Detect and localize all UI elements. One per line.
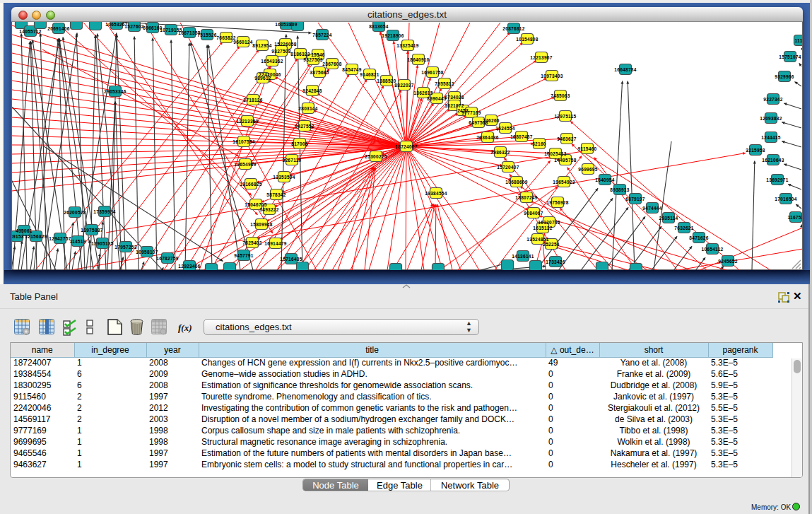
svg-text:12093832: 12093832: [760, 116, 782, 121]
svg-text:8912954: 8912954: [252, 43, 271, 48]
svg-text:9327508: 9327508: [271, 49, 290, 54]
svg-text:7857224: 7857224: [312, 33, 331, 37]
svg-text:17975115: 17975115: [555, 114, 577, 119]
svg-text:13524851: 13524851: [526, 237, 548, 242]
svg-text:9146821: 9146821: [360, 72, 379, 77]
svg-text:8813054: 8813054: [369, 24, 388, 29]
svg-text:15546: 15546: [311, 52, 325, 57]
svg-text:8186323: 8186323: [290, 52, 310, 57]
svg-text:16210643: 16210643: [762, 158, 784, 163]
svg-text:8454749: 8454749: [342, 67, 361, 72]
svg-text:7986322: 7986322: [490, 150, 510, 155]
svg-text:f(x): f(x): [178, 322, 192, 333]
svg-text:1640954: 1640954: [595, 177, 614, 182]
svg-text:1112: 1112: [795, 38, 802, 43]
svg-text:817006: 817006: [291, 141, 308, 146]
svg-text:1527602: 1527602: [124, 24, 143, 29]
svg-text:8990443: 8990443: [427, 96, 446, 101]
svg-text:19166825: 19166825: [240, 182, 261, 187]
svg-text:15716485: 15716485: [280, 257, 302, 262]
svg-text:13975887: 13975887: [81, 228, 102, 233]
svg-text:3267110: 3267110: [282, 158, 301, 163]
svg-text:746266: 746266: [483, 118, 500, 123]
svg-text:7625402: 7625402: [242, 240, 261, 245]
svg-text:9463627: 9463627: [557, 136, 576, 141]
svg-text:18724007: 18724007: [395, 144, 417, 149]
svg-text:20364436: 20364436: [476, 135, 498, 140]
svg-text:5878342: 5878342: [266, 192, 286, 197]
svg-text:62160: 62160: [532, 141, 546, 146]
svg-text:10688609: 10688609: [505, 180, 527, 185]
svg-text:13353594: 13353594: [273, 175, 295, 180]
svg-text:1388520: 1388520: [377, 78, 396, 83]
svg-text:114519: 114519: [69, 239, 86, 244]
svg-text:17359934: 17359934: [93, 209, 115, 214]
svg-text:20876812: 20876812: [502, 26, 524, 31]
svg-text:3875685: 3875685: [310, 70, 329, 75]
svg-text:19654923: 19654923: [553, 180, 575, 185]
svg-text:19654989: 19654989: [234, 162, 256, 167]
svg-text:9242848: 9242848: [302, 88, 322, 93]
svg-text:10154808: 10154808: [516, 37, 538, 42]
svg-text:1362615: 1362615: [413, 90, 433, 95]
svg-text:9777169: 9777169: [461, 110, 481, 115]
svg-text:9327503: 9327503: [303, 57, 322, 62]
svg-text:12213369: 12213369: [236, 119, 258, 124]
svg-text:435061: 435061: [16, 228, 33, 233]
svg-text:1733426: 1733426: [546, 259, 565, 264]
svg-text:14055712: 14055712: [19, 29, 41, 34]
svg-text:29053346: 29053346: [104, 89, 126, 94]
svg-text:989612: 989612: [254, 76, 271, 81]
svg-text:39153: 39153: [12, 234, 24, 239]
svg-text:16053809: 16053809: [275, 22, 297, 27]
svg-text:2935114: 2935114: [659, 216, 678, 221]
svg-text:20691406: 20691406: [47, 26, 69, 31]
svg-text:1244415: 1244415: [761, 135, 780, 140]
svg-text:14136141: 14136141: [512, 254, 534, 259]
svg-text:10958107: 10958107: [136, 250, 158, 255]
svg-text:9660124: 9660124: [233, 40, 252, 45]
svg-text:16543362: 16543362: [261, 59, 283, 64]
svg-text:6734028: 6734028: [445, 95, 464, 100]
svg-text:2803144: 2803144: [298, 106, 317, 111]
svg-text:9474444: 9474444: [642, 206, 661, 211]
svg-text:9699695: 9699695: [578, 167, 597, 172]
svg-text:9227342: 9227342: [763, 97, 782, 102]
svg-text:9115460: 9115460: [577, 146, 596, 151]
svg-text:2718126: 2718126: [243, 98, 262, 103]
svg-text:9245652: 9245652: [718, 259, 737, 264]
svg-text:10025433: 10025433: [544, 151, 566, 156]
svg-text:9457791: 9457791: [234, 253, 253, 258]
svg-text:15720407: 15720407: [497, 165, 519, 170]
svg-text:13325419: 13325419: [396, 43, 418, 48]
svg-text:116753: 116753: [787, 215, 802, 220]
svg-text:19756928: 19756928: [546, 200, 568, 205]
svg-text:16961758: 16961758: [421, 70, 443, 75]
svg-text:17957253: 17957253: [114, 245, 136, 250]
svg-text:16648784: 16648784: [614, 67, 636, 72]
svg-text:9084067: 9084067: [524, 211, 543, 216]
svg-text:17016504: 17016504: [775, 197, 796, 201]
svg-text:10654112: 10654112: [702, 247, 724, 252]
svg-text:3493222: 3493222: [259, 207, 278, 212]
svg-text:16782759: 16782759: [156, 256, 178, 261]
svg-text:19218906: 19218906: [382, 33, 404, 38]
svg-text:7632621: 7632621: [674, 226, 693, 230]
svg-text:18640910: 18640910: [407, 57, 429, 62]
svg-text:14495758: 14495758: [554, 158, 576, 163]
svg-text:15751074: 15751074: [779, 54, 801, 59]
svg-text:10973493: 10973493: [541, 74, 563, 78]
svg-text:3215958: 3215958: [746, 148, 765, 153]
svg-text:15809948: 15809948: [250, 222, 272, 227]
svg-text:9427552: 9427552: [295, 124, 314, 129]
svg-text:26200578: 26200578: [64, 210, 86, 215]
svg-text:6879197: 6879197: [625, 197, 645, 201]
svg-text:16107554: 16107554: [233, 139, 254, 144]
svg-text:7955812: 7955812: [435, 81, 454, 86]
svg-text:10807487: 10807487: [510, 134, 532, 139]
svg-text:16914479: 16914479: [264, 241, 286, 246]
svg-text:15226058: 15226058: [274, 42, 296, 47]
svg-text:18807249: 18807249: [515, 195, 537, 200]
svg-text:1624554: 1624554: [495, 126, 514, 131]
svg-text:8938913: 8938913: [610, 187, 629, 192]
